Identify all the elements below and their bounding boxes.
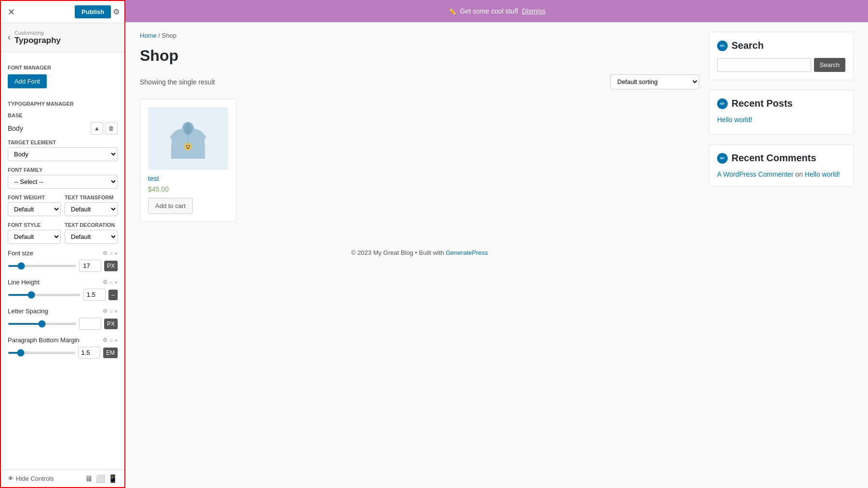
comment-post-link[interactable]: Hello world! bbox=[805, 170, 840, 178]
font-weight-group: FONT WEIGHT Default 100 400 700 bbox=[8, 195, 61, 216]
publish-button[interactable]: Publish bbox=[75, 5, 111, 18]
font-size-header: Font size ⚙ ○ × bbox=[8, 250, 118, 257]
font-size-input[interactable] bbox=[79, 260, 101, 272]
line-height-icon3: × bbox=[115, 279, 118, 285]
letter-spacing-controls: PX bbox=[8, 318, 118, 330]
desktop-button[interactable]: 🖥 bbox=[85, 474, 93, 483]
line-height-label: Line Height bbox=[8, 279, 40, 286]
font-size-icon2: ○ bbox=[109, 251, 113, 256]
commenter-link[interactable]: A WordPress Commenter bbox=[717, 170, 793, 178]
paragraph-margin-input[interactable] bbox=[78, 347, 100, 359]
style-decoration-row: FONT STYLE Default Normal Italic Oblique… bbox=[8, 222, 118, 250]
recent-post-link-1[interactable]: Hello world! bbox=[717, 116, 845, 124]
paragraph-margin-row: Paragraph Bottom Margin ⚙ ○ × EM bbox=[8, 336, 118, 359]
add-to-cart-button[interactable]: Add to cart bbox=[148, 198, 193, 214]
paragraph-margin-slider[interactable] bbox=[8, 352, 75, 354]
search-widget-title: Search bbox=[732, 40, 764, 51]
font-manager-label: Font Manager bbox=[8, 65, 118, 70]
svg-point-2 bbox=[186, 145, 188, 147]
text-decoration-label: TEXT DECORATION bbox=[65, 222, 118, 228]
line-height-slider[interactable] bbox=[8, 294, 81, 296]
letter-spacing-label: Letter Spacing bbox=[8, 307, 48, 315]
paragraph-margin-unit[interactable]: EM bbox=[103, 348, 118, 358]
text-transform-label: TEXT TRANSFORM bbox=[65, 195, 118, 200]
font-family-label: FONT FAMILY bbox=[8, 167, 118, 173]
product-svg bbox=[166, 114, 210, 163]
svg-point-3 bbox=[189, 145, 190, 147]
footer: © 2023 My Great Blog • Built with Genera… bbox=[140, 241, 699, 264]
line-height-icon1: ⚙ bbox=[103, 279, 108, 285]
search-submit-button[interactable]: Search bbox=[814, 58, 845, 72]
delete-button[interactable]: 🗑 bbox=[105, 122, 118, 135]
close-button[interactable]: ✕ bbox=[6, 5, 17, 19]
hide-controls-label: Hide Controls bbox=[16, 475, 54, 482]
product-name[interactable]: test bbox=[148, 175, 228, 182]
letter-spacing-icon3: × bbox=[115, 308, 118, 314]
letter-spacing-unit[interactable]: PX bbox=[104, 319, 118, 329]
line-height-input[interactable] bbox=[83, 289, 106, 301]
weight-transform-row: FONT WEIGHT Default 100 400 700 TEXT TRA… bbox=[8, 195, 118, 222]
font-size-icons: ⚙ ○ × bbox=[103, 250, 118, 256]
sort-select[interactable]: Default sorting Sort by popularity Sort … bbox=[610, 74, 699, 89]
add-font-button[interactable]: Add Font bbox=[8, 74, 47, 88]
font-style-select[interactable]: Default Normal Italic Oblique bbox=[8, 230, 61, 244]
text-transform-select[interactable]: Default None Capitalize Uppercase Lowerc… bbox=[65, 202, 118, 216]
search-title-row: ✏ Search bbox=[717, 40, 845, 51]
showing-text: Showing the single result bbox=[140, 78, 215, 86]
font-size-slider[interactable] bbox=[8, 265, 76, 267]
hide-controls-button[interactable]: 👁 Hide Controls bbox=[8, 475, 54, 482]
product-price: $45.00 bbox=[148, 185, 228, 193]
side-column: ✏ Search Search ✏ Recent Posts Hello wor… bbox=[709, 32, 854, 478]
line-height-icons: ⚙ ○ × bbox=[103, 279, 118, 285]
mobile-button[interactable]: 📱 bbox=[108, 474, 118, 483]
device-buttons: 🖥 ⬜ 📱 bbox=[85, 474, 118, 483]
notif-text: Get some cool stuff bbox=[460, 7, 518, 15]
notif-icon: ✏️ bbox=[448, 7, 456, 15]
text-decoration-select[interactable]: Default None Underline Overline bbox=[65, 230, 118, 244]
sidebar-content: Font Manager Add Font Typography Manager… bbox=[1, 52, 124, 470]
breadcrumb-current: Shop bbox=[162, 32, 176, 39]
tablet-button[interactable]: ⬜ bbox=[95, 474, 105, 483]
font-size-icon1: ⚙ bbox=[103, 250, 108, 256]
text-transform-group: TEXT TRANSFORM Default None Capitalize U… bbox=[65, 195, 118, 216]
letter-spacing-slider[interactable] bbox=[8, 323, 76, 325]
breadcrumb-home[interactable]: Home bbox=[140, 32, 157, 39]
font-style-group: FONT STYLE Default Normal Italic Oblique bbox=[8, 222, 61, 244]
font-weight-select[interactable]: Default 100 400 700 bbox=[8, 202, 61, 216]
breadcrumb-separator: / bbox=[158, 32, 162, 39]
line-height-unit[interactable]: – bbox=[108, 290, 118, 300]
generatepress-link[interactable]: GeneratePress bbox=[446, 249, 488, 256]
font-size-controls: PX bbox=[8, 260, 118, 272]
search-widget-icon: ✏ bbox=[717, 41, 728, 51]
dismiss-link[interactable]: Dismiss bbox=[522, 7, 545, 15]
typography-manager-label: Typography Manager bbox=[8, 101, 118, 107]
paragraph-margin-icon1: ⚙ bbox=[103, 337, 108, 343]
product-image bbox=[148, 107, 228, 170]
paragraph-margin-controls: EM bbox=[8, 347, 118, 359]
collapse-button[interactable]: ▲ bbox=[91, 122, 103, 135]
font-family-select[interactable]: -- Select -- Arial Georgia Roboto bbox=[8, 175, 118, 189]
eye-icon: 👁 bbox=[8, 475, 14, 482]
font-size-unit[interactable]: PX bbox=[104, 261, 118, 271]
gear-button[interactable]: ⚙ bbox=[113, 7, 120, 16]
line-height-header: Line Height ⚙ ○ × bbox=[8, 279, 118, 286]
sidebar-header: ‹ Customizing Typography bbox=[1, 23, 124, 52]
search-widget: ✏ Search Search bbox=[709, 32, 854, 80]
letter-spacing-icons: ⚙ ○ × bbox=[103, 308, 118, 314]
letter-spacing-header: Letter Spacing ⚙ ○ × bbox=[8, 307, 118, 315]
recent-comment-item: A WordPress Commenter on Hello world! bbox=[717, 170, 845, 178]
letter-spacing-input[interactable] bbox=[79, 318, 101, 330]
font-size-icon3: × bbox=[115, 251, 118, 256]
sidebar-topbar: ✕ Publish ⚙ bbox=[1, 1, 124, 23]
page-title: Shop bbox=[140, 47, 699, 65]
search-text-input[interactable] bbox=[717, 58, 811, 72]
recent-comments-icon: ✏ bbox=[717, 153, 728, 164]
notification-bar: ✏️ Get some cool stuff Dismiss bbox=[125, 0, 868, 22]
target-element-select[interactable]: Body Heading 1 Heading 2 Heading 3 bbox=[8, 147, 118, 161]
font-size-row: Font size ⚙ ○ × PX bbox=[8, 250, 118, 272]
line-height-row: Line Height ⚙ ○ × – bbox=[8, 279, 118, 301]
recent-posts-widget: ✏ Recent Posts Hello world! bbox=[709, 90, 854, 135]
back-button[interactable]: ‹ bbox=[8, 32, 11, 42]
paragraph-margin-icons: ⚙ ○ × bbox=[103, 337, 118, 343]
target-element-group: TARGET ELEMENT Body Heading 1 Heading 2 … bbox=[8, 139, 118, 161]
